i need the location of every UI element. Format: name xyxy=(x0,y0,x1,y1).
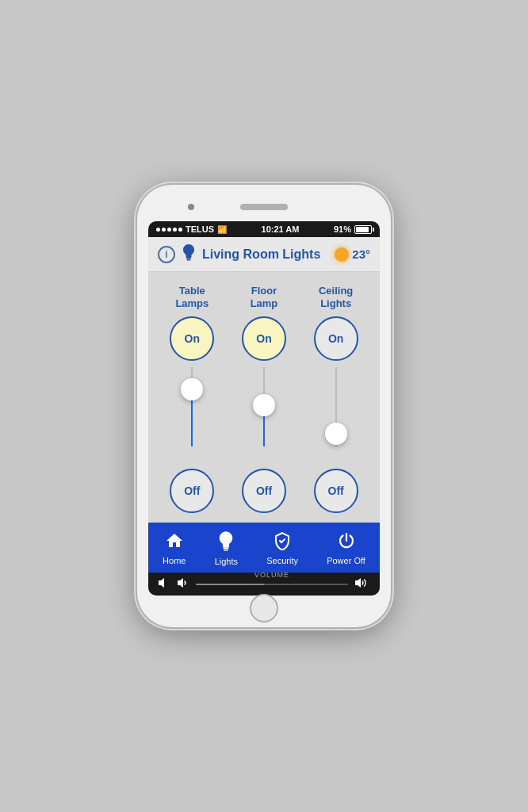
ceiling-lights-column: Ceiling Lights On Off xyxy=(304,285,368,513)
ceiling-lights-slider[interactable] xyxy=(304,367,368,462)
ceiling-lights-label: Ceiling Lights xyxy=(319,285,353,310)
volume-bar: VOLUME xyxy=(148,573,380,596)
nav-home[interactable]: Home xyxy=(163,531,186,565)
phone-top-bar xyxy=(148,196,380,218)
home-icon xyxy=(165,531,184,553)
page-title: Living Room Lights xyxy=(202,247,328,262)
dot2 xyxy=(162,228,166,232)
sun-icon xyxy=(335,247,349,262)
slider-thumb[interactable] xyxy=(253,394,275,416)
volume-mute-icon[interactable] xyxy=(158,577,170,591)
nav-lights[interactable]: Lights xyxy=(215,530,238,566)
ceiling-lights-on-button[interactable]: On xyxy=(314,316,358,361)
svg-rect-1 xyxy=(187,259,191,261)
nav-home-label: Home xyxy=(163,556,186,565)
battery-percent: 91% xyxy=(334,224,351,234)
power-icon xyxy=(337,531,356,553)
svg-rect-2 xyxy=(224,547,229,549)
volume-track[interactable]: VOLUME xyxy=(196,584,348,585)
phone-camera xyxy=(188,204,194,210)
floor-lamp-column: Floor Lamp On Off xyxy=(232,285,296,513)
signal-dots xyxy=(156,228,182,232)
battery-icon xyxy=(354,225,372,234)
nav-lights-label: Lights xyxy=(215,557,238,566)
volume-label: VOLUME xyxy=(254,571,289,579)
nav-security[interactable]: Security xyxy=(266,531,298,565)
volume-low-icon[interactable] xyxy=(177,577,189,591)
weather-widget: 23° xyxy=(335,247,370,262)
dot4 xyxy=(173,228,177,232)
lights-grid: Table Lamps On Off xyxy=(156,285,372,513)
phone-device: TELUS 📶 10:21 AM 91% i xyxy=(137,185,391,627)
volume-high-icon[interactable] xyxy=(354,577,370,591)
ceiling-lights-off-button[interactable]: Off xyxy=(314,469,358,513)
info-icon: i xyxy=(165,249,167,260)
phone-speaker xyxy=(240,204,288,210)
home-button[interactable] xyxy=(250,594,278,622)
status-right: 91% xyxy=(334,224,372,234)
lights-panel: Table Lamps On Off xyxy=(148,272,380,523)
table-lamps-slider[interactable] xyxy=(160,367,224,462)
info-button[interactable]: i xyxy=(158,246,175,263)
table-lamps-column: Table Lamps On Off xyxy=(160,285,224,513)
shield-icon xyxy=(273,531,292,553)
phone-bottom-bar xyxy=(148,600,380,616)
svg-rect-3 xyxy=(224,550,228,551)
status-bar: TELUS 📶 10:21 AM 91% xyxy=(148,221,380,237)
status-left: TELUS 📶 xyxy=(156,224,227,234)
dot1 xyxy=(156,228,160,232)
wifi-icon: 📶 xyxy=(217,225,227,234)
nav-bulb-icon xyxy=(217,530,235,554)
carrier-label: TELUS xyxy=(186,224,214,234)
status-time: 10:21 AM xyxy=(262,224,300,234)
slider-thumb[interactable] xyxy=(181,378,203,400)
floor-lamp-off-button[interactable]: Off xyxy=(242,469,286,513)
bulb-icon xyxy=(182,243,196,265)
temperature-label: 23° xyxy=(352,247,370,261)
nav-security-label: Security xyxy=(266,556,298,565)
table-lamps-off-button[interactable]: Off xyxy=(170,469,214,513)
dot5 xyxy=(178,228,182,232)
phone-screen: TELUS 📶 10:21 AM 91% i xyxy=(148,221,380,596)
battery-fill xyxy=(356,227,369,232)
volume-fill xyxy=(196,584,264,585)
table-lamps-on-button[interactable]: On xyxy=(170,316,214,361)
slider-thumb[interactable] xyxy=(325,423,347,445)
bottom-nav: Home Lights xyxy=(148,523,380,573)
nav-power-label: Power Off xyxy=(327,556,365,565)
nav-power[interactable]: Power Off xyxy=(327,531,365,565)
floor-lamp-slider[interactable] xyxy=(232,367,296,462)
svg-rect-0 xyxy=(186,258,191,259)
app-header: i Living Room Lights 23° xyxy=(148,237,380,272)
floor-lamp-label: Floor Lamp xyxy=(251,285,278,310)
dot3 xyxy=(167,228,171,232)
table-lamps-label: Table Lamps xyxy=(175,285,209,310)
floor-lamp-on-button[interactable]: On xyxy=(242,316,286,361)
